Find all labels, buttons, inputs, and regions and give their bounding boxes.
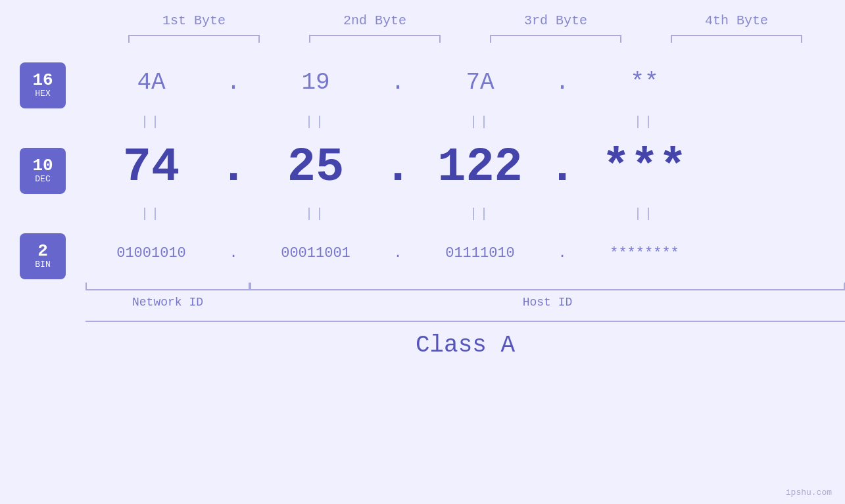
bin-b1: 01001010 [85, 245, 217, 262]
byte-header-4: 4th Byte [671, 13, 802, 28]
bin-dot-2: . [381, 245, 414, 262]
eq2-b2: || [250, 206, 381, 221]
eq1-b3: || [414, 114, 546, 129]
bin-badge-num: 2 [37, 242, 48, 260]
bracket-3 [490, 35, 621, 43]
network-id-label: Network ID [85, 296, 250, 309]
top-brackets [104, 35, 827, 43]
eq2-b1: || [85, 206, 217, 221]
dec-b4: *** [579, 141, 710, 195]
dec-badge-label: DEC [35, 174, 50, 185]
hex-b2: 19 [250, 69, 381, 96]
dec-badge-num: 10 [32, 157, 53, 174]
id-labels: Network ID Host ID [85, 296, 845, 309]
watermark: ipshu.com [786, 488, 832, 497]
bottom-bracket-area [85, 283, 845, 290]
equals-row-1: || || || || [85, 108, 845, 135]
bracket-2 [309, 35, 441, 43]
hex-dot-1: . [217, 69, 250, 96]
byte-header-3: 3rd Byte [490, 13, 621, 28]
equals-row-2: || || || || [85, 200, 845, 227]
content-area: 16 HEX 10 DEC 2 BIN 4A . 19 . 7A . ** [0, 56, 845, 359]
badges-column: 16 HEX 10 DEC 2 BIN [0, 56, 85, 279]
bin-b4: ******** [579, 245, 710, 262]
dec-dot-2: . [381, 141, 414, 195]
byte-header-2: 2nd Byte [309, 13, 441, 28]
host-bracket [250, 283, 845, 290]
hex-row: 4A . 19 . 7A . ** [85, 56, 845, 108]
eq2-b4: || [579, 206, 710, 221]
eq1-b2: || [250, 114, 381, 129]
bin-row: 01001010 . 00011001 . 01111010 . *******… [85, 227, 845, 279]
hex-badge: 16 HEX [20, 62, 66, 108]
dec-b1: 74 [85, 144, 217, 191]
dec-row: 74 . 25 . 122 . *** [85, 135, 845, 200]
eq1-b4: || [579, 114, 710, 129]
rows-area: 4A . 19 . 7A . ** || || || || 74 [85, 56, 845, 359]
dec-badge: 10 DEC [20, 148, 66, 194]
class-label: Class A [85, 332, 845, 359]
hex-b1: 4A [85, 69, 217, 96]
bin-b3: 01111010 [414, 245, 546, 262]
bin-badge: 2 BIN [20, 233, 66, 279]
hex-badge-num: 16 [32, 72, 53, 89]
dec-b3: 122 [414, 144, 546, 191]
dec-dot-1: . [217, 141, 250, 195]
bin-b2: 00011001 [250, 245, 381, 262]
host-id-label: Host ID [250, 296, 845, 309]
hex-b3: 7A [414, 69, 546, 96]
eq1-b1: || [85, 114, 217, 129]
hex-badge-label: HEX [35, 89, 50, 99]
hex-b4: ** [579, 69, 710, 96]
main-container: 1st Byte 2nd Byte 3rd Byte 4th Byte 16 H… [0, 0, 845, 504]
bin-badge-label: BIN [35, 260, 50, 270]
bracket-4 [671, 35, 802, 43]
hex-dot-3: . [546, 69, 579, 96]
bin-dot-3: . [546, 245, 579, 262]
byte-headers: 1st Byte 2nd Byte 3rd Byte 4th Byte [104, 13, 827, 28]
class-bracket-line [85, 321, 845, 322]
dec-b2: 25 [250, 144, 381, 191]
dec-dot-3: . [546, 141, 579, 195]
eq2-b3: || [414, 206, 546, 221]
network-bracket [85, 283, 250, 290]
hex-dot-2: . [381, 69, 414, 96]
bin-dot-1: . [217, 245, 250, 262]
bracket-1 [128, 35, 260, 43]
byte-header-1: 1st Byte [128, 13, 260, 28]
